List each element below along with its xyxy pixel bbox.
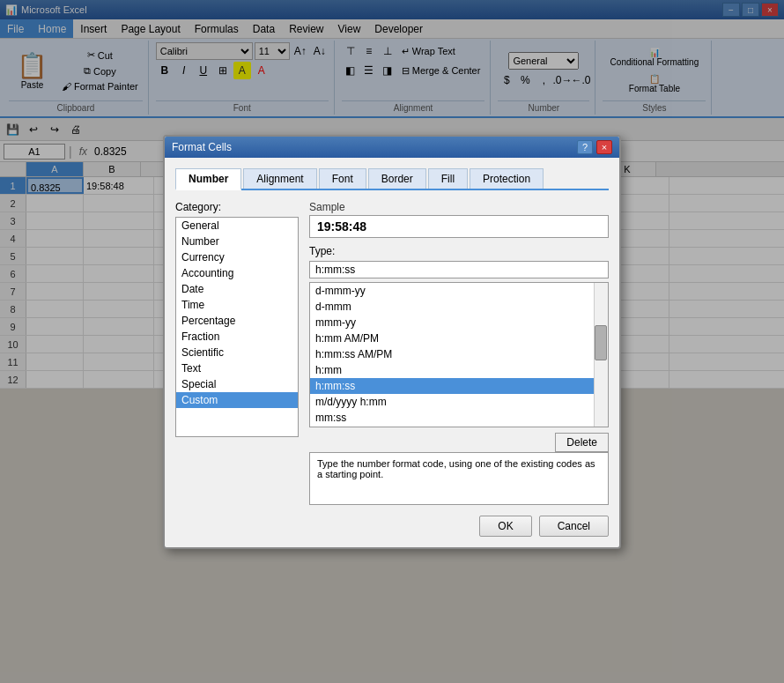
type-item-mmm-yy[interactable]: mmm-yy — [310, 315, 608, 330]
type-item-d-mmm[interactable]: d-mmm — [310, 299, 608, 315]
category-list[interactable]: General Number Currency Accounting Date … — [175, 217, 299, 390]
type-item-h-mm[interactable]: h:mm — [310, 362, 608, 378]
tab-protection[interactable]: Protection — [470, 168, 544, 189]
tab-number[interactable]: Number — [175, 168, 241, 190]
dialog-help-button[interactable]: ? — [577, 140, 593, 154]
tab-border[interactable]: Border — [368, 168, 426, 189]
format-cells-dialog: Format Cells ? × Number Alignment Font B… — [163, 135, 621, 390]
type-label: Type: — [309, 245, 609, 257]
tab-fill[interactable]: Fill — [428, 168, 468, 189]
type-list-scrollbar[interactable] — [594, 283, 608, 390]
dialog-controls: ? × — [577, 140, 612, 154]
category-item-percentage[interactable]: Percentage — [176, 313, 298, 329]
category-item-text[interactable]: Text — [176, 360, 298, 376]
dialog-body: Category: General Number Currency Accoun… — [175, 201, 609, 390]
type-item-d-mmm-yy[interactable]: d-mmm-yy — [310, 283, 608, 299]
type-item-h-mm-ss[interactable]: h:mm:ss — [310, 378, 608, 390]
dialog-close-button[interactable]: × — [596, 140, 612, 154]
dialog-titlebar: Format Cells ? × — [165, 137, 619, 158]
category-item-scientific[interactable]: Scientific — [176, 345, 298, 360]
category-item-general[interactable]: General — [176, 218, 298, 234]
dialog-tab-bar: Number Alignment Font Border Fill Protec… — [175, 168, 609, 190]
sample-label: Sample — [309, 201, 609, 213]
type-item-h-mm-ampm[interactable]: h:mm AM/PM — [310, 330, 608, 346]
type-list[interactable]: d-mmm-yy d-mmm mmm-yy h:mm AM/PM h:mm:ss… — [309, 282, 609, 390]
tab-alignment[interactable]: Alignment — [243, 168, 316, 189]
category-item-special[interactable]: Special — [176, 376, 298, 390]
category-item-accounting[interactable]: Accounting — [176, 265, 298, 281]
category-item-time[interactable]: Time — [176, 297, 298, 313]
category-item-number[interactable]: Number — [176, 234, 298, 249]
tab-font[interactable]: Font — [319, 168, 366, 189]
category-item-fraction[interactable]: Fraction — [176, 329, 298, 345]
sample-value: 19:58:48 — [317, 219, 366, 234]
dialog-content: Number Alignment Font Border Fill Protec… — [165, 158, 619, 390]
scrollbar-thumb[interactable] — [595, 325, 607, 360]
type-input[interactable] — [309, 261, 609, 278]
modal-overlay: Format Cells ? × Number Alignment Font B… — [0, 0, 784, 389]
type-item-h-mm-ss-ampm[interactable]: h:mm:ss AM/PM — [310, 346, 608, 362]
sample-box: 19:58:48 — [309, 215, 609, 238]
category-item-date[interactable]: Date — [176, 281, 298, 297]
dialog-title: Format Cells — [172, 141, 232, 153]
category-label: Category: — [175, 201, 299, 213]
category-section: Category: General Number Currency Accoun… — [175, 201, 299, 390]
format-section: Sample 19:58:48 Type: d-mmm-yy d-mmm mmm… — [309, 201, 609, 390]
category-item-currency[interactable]: Currency — [176, 249, 298, 265]
